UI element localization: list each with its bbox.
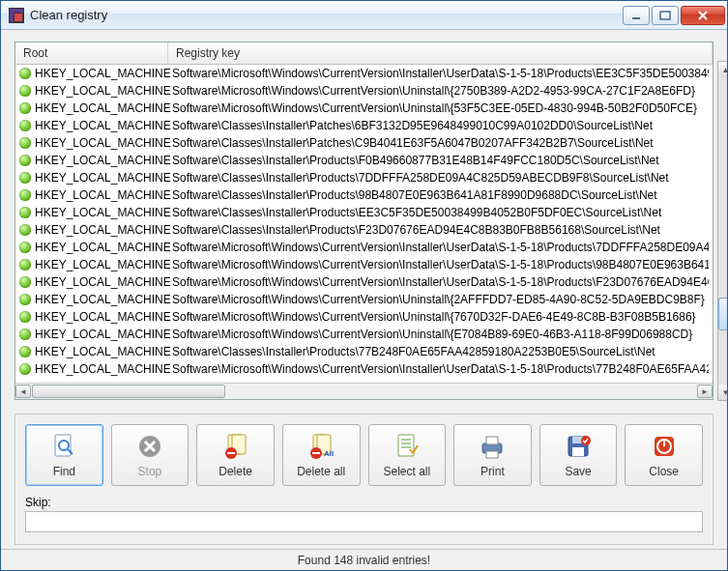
table-row[interactable]: HKEY_LOCAL_MACHINESoftware\Microsoft\Win… [15,291,713,308]
scroll-left-arrow[interactable]: ◄ [15,385,31,398]
cell-root: HKEY_LOCAL_MACHINE [35,119,172,132]
table-row[interactable]: HKEY_LOCAL_MACHINESoftware\Microsoft\Win… [15,308,713,326]
select-all-button[interactable]: Select all [368,424,447,486]
cell-key: Software\Classes\Installer\Products\77B2… [172,345,709,358]
cell-root: HKEY_LOCAL_MACHINE [35,206,172,219]
svg-text:All: All [324,449,334,458]
cell-key: Software\Classes\Installer\Products\7DDF… [172,171,709,185]
table-row[interactable]: HKEY_LOCAL_MACHINESoftware\Microsoft\Win… [15,256,713,273]
table-row[interactable]: HKEY_LOCAL_MACHINESoftware\Classes\Insta… [15,186,713,204]
status-dot-icon [19,207,31,218]
action-panel: Find Stop Delete All Delete all [15,414,713,545]
delete-all-label: Delete all [297,465,345,478]
close-window-button[interactable] [681,6,725,25]
table-row[interactable]: HKEY_LOCAL_MACHINESoftware\Classes\Insta… [15,117,713,134]
cell-key: Software\Microsoft\Windows\CurrentVersio… [172,258,709,271]
scroll-down-arrow[interactable]: ▼ [718,385,728,400]
minimize-button[interactable] [623,6,650,25]
registry-list[interactable]: Root Registry key HKEY_LOCAL_MACHINESoft… [15,42,713,400]
floppy-icon [564,432,593,461]
table-row[interactable]: HKEY_LOCAL_MACHINESoftware\Classes\Insta… [15,343,713,360]
skip-input[interactable] [25,511,703,532]
vertical-scrollbar[interactable]: ▲ ▼ [717,61,728,401]
column-headers[interactable]: Root Registry key [15,43,713,65]
status-dot-icon [19,155,31,166]
cell-root: HKEY_LOCAL_MACHINE [35,171,172,185]
list-rows[interactable]: HKEY_LOCAL_MACHINESoftware\Microsoft\Win… [15,65,713,383]
titlebar[interactable]: Clean registry [1,1,727,30]
delete-button[interactable]: Delete [196,424,275,486]
status-dot-icon [19,68,31,79]
horizontal-scrollbar[interactable]: ◄ ► [15,383,713,399]
cell-root: HKEY_LOCAL_MACHINE [35,258,172,271]
table-row[interactable]: HKEY_LOCAL_MACHINESoftware\Microsoft\Win… [15,360,713,378]
app-icon [9,8,24,23]
status-text: Found 148 invalid entries! [298,554,430,567]
table-row[interactable]: HKEY_LOCAL_MACHINESoftware\Microsoft\Win… [15,65,713,82]
status-dot-icon [19,120,31,131]
table-row[interactable]: HKEY_LOCAL_MACHINESoftware\Microsoft\Win… [15,326,713,343]
table-row[interactable]: HKEY_LOCAL_MACHINESoftware\Classes\Insta… [15,204,713,221]
scroll-v-thumb[interactable] [718,298,728,330]
status-bar: Found 148 invalid entries! [1,549,727,570]
column-key[interactable]: Registry key [168,43,713,64]
table-row[interactable]: HKEY_LOCAL_MACHINESoftware\Classes\Insta… [15,134,713,152]
cell-key: Software\Microsoft\Windows\CurrentVersio… [172,293,709,306]
cell-root: HKEY_LOCAL_MACHINE [35,84,172,98]
print-button[interactable]: Print [453,424,532,486]
magnifier-document-icon [49,432,78,461]
cell-root: HKEY_LOCAL_MACHINE [35,223,172,237]
status-dot-icon [19,172,31,184]
status-dot-icon [19,242,31,253]
table-row[interactable]: HKEY_LOCAL_MACHINESoftware\Classes\Insta… [15,221,713,239]
cell-root: HKEY_LOCAL_MACHINE [35,275,172,289]
delete-icon [221,432,250,461]
cell-key: Software\Classes\Installer\Products\98B4… [172,188,709,202]
stop-button[interactable]: Stop [111,424,189,486]
status-dot-icon [19,276,31,288]
delete-all-icon: All [306,432,335,461]
close-label: Close [649,465,679,478]
scroll-up-arrow[interactable]: ▲ [718,62,728,77]
delete-all-button[interactable]: All Delete all [282,424,361,486]
svg-rect-0 [632,17,640,19]
column-root[interactable]: Root [15,43,168,64]
status-dot-icon [19,259,31,271]
table-row[interactable]: HKEY_LOCAL_MACHINESoftware\Classes\Insta… [15,152,713,169]
save-button[interactable]: Save [539,424,618,486]
cell-key: Software\Microsoft\Windows\CurrentVersio… [172,362,709,376]
cell-key: Software\Microsoft\Windows\CurrentVersio… [172,67,709,80]
svg-rect-24 [486,437,498,444]
scroll-right-arrow[interactable]: ► [697,385,713,398]
table-row[interactable]: HKEY_LOCAL_MACHINESoftware\Microsoft\Win… [15,273,713,291]
printer-icon [478,432,507,461]
scroll-h-thumb[interactable] [32,385,225,398]
cell-root: HKEY_LOCAL_MACHINE [35,293,172,306]
close-button[interactable]: Close [625,424,703,486]
table-row[interactable]: HKEY_LOCAL_MACHINESoftware\Classes\Insta… [15,169,713,186]
stop-label: Stop [138,465,162,478]
find-button[interactable]: Find [25,424,103,486]
status-dot-icon [19,102,31,114]
cell-root: HKEY_LOCAL_MACHINE [35,188,172,202]
find-label: Find [53,465,75,478]
delete-label: Delete [218,465,252,478]
save-label: Save [565,465,591,478]
cell-root: HKEY_LOCAL_MACHINE [35,345,172,358]
svg-rect-13 [227,452,235,454]
cell-key: Software\Microsoft\Windows\CurrentVersio… [172,84,709,98]
table-row[interactable]: HKEY_LOCAL_MACHINESoftware\Microsoft\Win… [15,100,713,117]
window-title: Clean registry [30,8,623,22]
select-all-label: Select all [383,465,430,478]
cell-root: HKEY_LOCAL_MACHINE [35,154,172,167]
cell-root: HKEY_LOCAL_MACHINE [35,67,172,80]
maximize-button[interactable] [652,6,679,25]
cell-root: HKEY_LOCAL_MACHINE [35,136,172,150]
table-row[interactable]: HKEY_LOCAL_MACHINESoftware\Microsoft\Win… [15,239,713,256]
status-dot-icon [19,311,31,323]
status-dot-icon [19,85,31,97]
svg-rect-17 [312,452,320,454]
table-row[interactable]: HKEY_LOCAL_MACHINESoftware\Microsoft\Win… [15,82,713,100]
cell-root: HKEY_LOCAL_MACHINE [35,328,172,341]
cell-root: HKEY_LOCAL_MACHINE [35,310,172,324]
